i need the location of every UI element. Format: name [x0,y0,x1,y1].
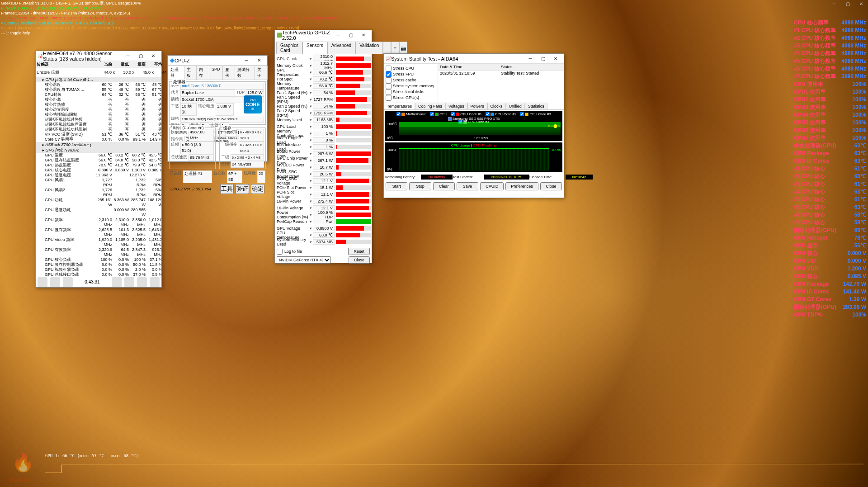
maximize-button[interactable]: ▢ [134,52,147,60]
tab-内存[interactable]: 内存 [196,66,209,80]
toolbar-icon[interactable] [112,277,122,287]
start-button[interactable]: Start [386,182,407,190]
close-button[interactable]: ✕ [253,57,265,65]
dropdown-icon[interactable]: ▾ [308,138,313,142]
close-button[interactable]: ✕ [549,55,562,63]
hwinfo-sensor-list[interactable]: ▸ CPU [#0]: Intel Core i5-1...核心温度60 ℃26… [36,77,161,276]
reset-button[interactable]: Reset [348,248,370,255]
chart-tab-clocks[interactable]: Clocks [487,103,506,109]
gpuz-sensor-row: PWR_SRC Voltage▾12.1 V [276,177,371,184]
hwinfo-section-header[interactable]: ▸ ASRock Z790 LiveMixer (... [36,142,161,147]
close-button[interactable]: Close [540,182,562,190]
hwinfo-window[interactable]: 📊 HWiNFO64 v7.26-4800 Sensor Status [123… [35,51,162,288]
toolbar-icon[interactable] [38,277,47,287]
hamburger-icon[interactable]: ≡ [391,42,399,54]
gpuz-window[interactable]: 🟩 TechPowerUp GPU-Z 2.52.0 ─ ▢ ✕ Graphic… [274,30,372,263]
hwinfo-section-header[interactable]: ▸ GPU [#0]: NVIDIA: [36,147,161,153]
preferences-button[interactable]: Preferences [505,182,538,190]
maximize-button[interactable]: ▢ [344,31,357,39]
dropdown-icon[interactable]: ▾ [308,63,313,68]
ok-button[interactable]: 确定 [251,184,264,194]
toolbar-icon[interactable] [63,277,73,287]
dropdown-icon[interactable]: ▾ [308,145,313,149]
maximize-button[interactable]: ▢ [841,0,854,7]
tab-SPD[interactable]: SPD [209,66,223,80]
dropdown-icon[interactable]: ▾ [308,199,313,203]
dropdown-icon[interactable]: ▾ [308,104,313,109]
tab-关于[interactable]: 关于 [255,66,268,80]
cpuz-window[interactable]: 🔷 CPU-Z ─ ✕ 处理器主板内存SPD显卡测试分数关于 处理器 intel… [167,55,268,162]
dropdown-icon[interactable]: ▾ [308,77,313,81]
chart-tab-voltages[interactable]: Voltages [445,103,467,109]
hwinfo-section-header[interactable]: ▸ CPU [#0]: Intel Core i5-1... [36,77,161,82]
dropdown-icon[interactable]: ▾ [308,158,313,163]
dropdown-icon[interactable]: ▾ [308,185,313,190]
dropdown-icon[interactable]: ▾ [308,84,313,88]
tools-button[interactable]: 工具 [220,184,234,194]
chart-tab-cooling fans[interactable]: Cooling Fans [415,103,445,109]
tab-validation[interactable]: Validation [355,42,383,54]
dropdown-icon[interactable]: ▾ [308,206,313,210]
toolbar-icon[interactable] [137,277,147,287]
close-button[interactable]: ✕ [854,0,868,7]
tab-sensors[interactable]: Sensors [302,42,327,54]
dropdown-icon[interactable]: ▾ [308,192,313,197]
maximize-button[interactable]: ▢ [537,55,549,63]
dropdown-icon[interactable]: ▾ [308,151,313,156]
stress-checkbox-1[interactable]: Stress FPU [386,71,436,77]
gpu-select[interactable]: NVIDIA GeForce RTX 4070 Ti [277,256,331,264]
dropdown-icon[interactable]: ▾ [308,111,313,115]
osd-row: #7 CPU 核心频率3890 MHz [794,73,866,80]
dropdown-icon[interactable]: ▾ [308,70,313,75]
chart-tab-unified[interactable]: Unified [506,103,525,109]
stress-checkbox-4[interactable]: Stress local disks [386,89,436,95]
validate-button[interactable]: 验证 [236,184,249,194]
stop-button[interactable]: Stop [409,182,431,190]
tab-主板[interactable]: 主板 [184,66,197,80]
toolbar-icon[interactable] [50,277,60,287]
close-button-bottom[interactable]: Close [349,256,370,264]
log-to-file-checkbox[interactable]: Log to file [277,249,302,255]
tab-测试分数[interactable]: 测试分数 [235,66,255,80]
dropdown-icon[interactable]: ▾ [308,213,313,217]
tab-graphics-card[interactable]: Graphics Card [276,42,302,54]
close-button[interactable]: ✕ [147,52,160,60]
tab-处理器[interactable]: 处理器 [168,66,184,80]
camera-icon[interactable]: 📷 [399,42,407,54]
clear-button[interactable]: Clear [433,182,455,190]
toolbar-icon[interactable] [150,277,160,287]
dropdown-icon[interactable]: ▾ [308,57,313,61]
tab-显卡[interactable]: 显卡 [222,66,236,80]
dropdown-icon[interactable]: ▾ [308,118,313,122]
dropdown-icon[interactable]: ▾ [308,172,313,176]
dropdown-icon[interactable]: ▾ [308,124,313,129]
chart-tab-statistics[interactable]: Statistics [525,103,547,109]
cpuid-button[interactable]: CPUID [480,182,504,190]
toolbar-icon[interactable] [124,277,134,287]
stress-checkbox-3[interactable]: Stress system memory [386,83,436,89]
osd-row: #6 CPU 核心63℃ [794,203,866,211]
tab-advanced[interactable]: Advanced [327,42,355,54]
dropdown-icon[interactable]: ▾ [308,131,313,136]
save-button[interactable]: Save [457,182,478,190]
dropdown-icon[interactable]: ▾ [308,179,313,183]
dropdown-icon[interactable]: ▾ [308,226,313,231]
chart-tab-temperatures[interactable]: Temperatures [384,103,415,109]
stress-checkbox-0[interactable]: Stress CPU [386,66,436,71]
dropdown-icon[interactable]: ▾ [308,90,313,95]
minimize-button[interactable]: ─ [524,55,537,63]
minimize-button[interactable]: ─ [240,57,253,65]
cpu-selector[interactable]: 处理器 #1 [183,170,212,183]
stress-checkbox-2[interactable]: Stress cache [386,77,436,83]
aida64-window[interactable]: 📈 System Stability Test - AIDA64 ─ ▢ ✕ S… [383,53,564,198]
dropdown-icon[interactable]: ▾ [308,97,313,102]
close-button[interactable]: ✕ [357,31,370,39]
minimize-button[interactable]: ─ [827,0,841,7]
dropdown-icon[interactable]: ▾ [308,233,313,237]
dropdown-icon[interactable]: ▾ [308,219,313,224]
minimize-button[interactable]: ─ [122,52,134,60]
dropdown-icon[interactable]: ▾ [308,240,313,244]
stress-checkbox-5[interactable]: Stress GPU(s) [386,95,436,101]
dropdown-icon[interactable]: ▾ [308,165,313,170]
chart-tab-powers[interactable]: Powers [467,103,487,109]
